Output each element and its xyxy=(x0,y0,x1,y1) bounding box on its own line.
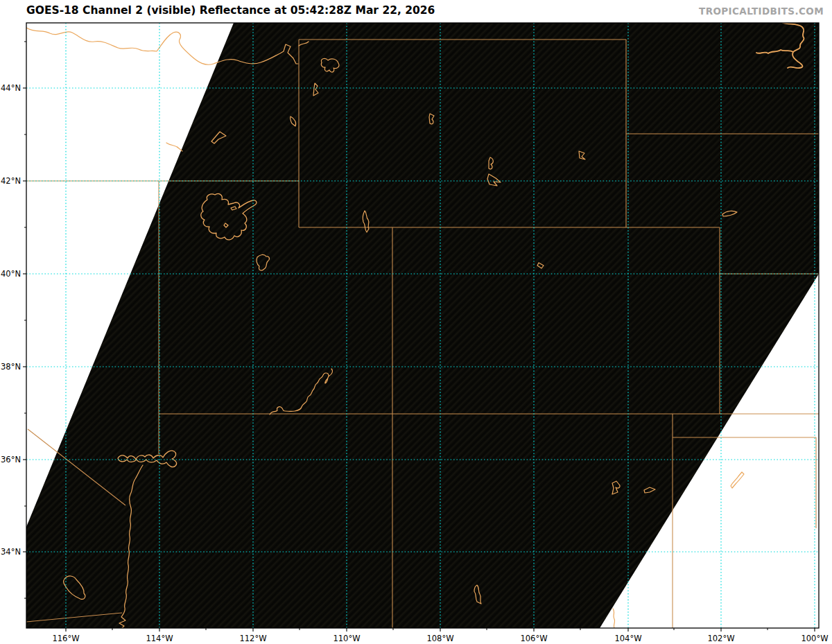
map-canvas[interactable]: 44°N42°N40°N38°N36°N34°N116°W114°W112°W1… xyxy=(0,0,832,644)
axis-label-lon: 106°W xyxy=(520,634,547,643)
axis-label-lat: 44°N xyxy=(1,83,21,93)
axis-label-lon: 116°W xyxy=(52,634,79,643)
axis-label-lat: 42°N xyxy=(1,176,21,186)
axis-label-lon: 102°W xyxy=(707,634,734,643)
axis-label-lon: 104°W xyxy=(614,634,641,643)
axis-label-lat: 34°N xyxy=(1,547,21,557)
axis-label-lon: 108°W xyxy=(426,634,453,643)
axis-label-lon: 110°W xyxy=(333,634,360,643)
axis-label-lon: 100°W xyxy=(801,634,828,643)
axis-label-lat: 36°N xyxy=(1,455,21,464)
axis-label-lat: 40°N xyxy=(1,269,21,279)
axis-label-lon: 112°W xyxy=(239,634,266,643)
satellite-map-view: GOES-18 Channel 2 (visible) Reflectance … xyxy=(0,0,832,644)
axis-label-lat: 38°N xyxy=(1,362,21,372)
axis-label-lon: 114°W xyxy=(146,634,173,643)
